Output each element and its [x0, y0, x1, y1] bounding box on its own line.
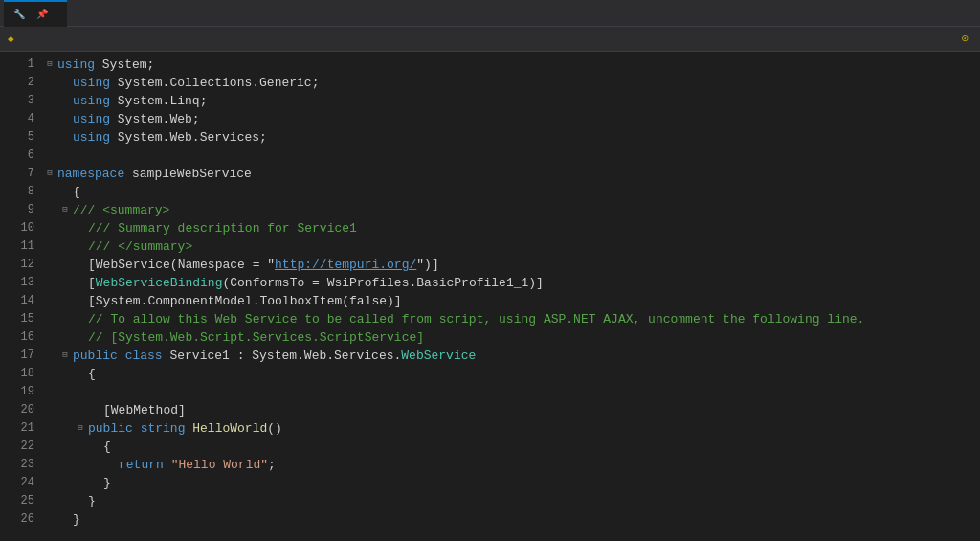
- line-number: 12: [8, 256, 34, 274]
- code-line: ⊟/// <summary>: [42, 201, 980, 219]
- token-plain: [: [103, 401, 111, 419]
- token-plain: [133, 419, 141, 438]
- nav-right: ⊙: [962, 32, 972, 46]
- line-numbers: 1234567891011121314151617181920212223242…: [0, 52, 42, 541]
- code-line: ⊟public string HelloWorld(): [42, 419, 980, 438]
- tab-pin-icon: 📌: [36, 9, 48, 20]
- token-kw: return: [119, 456, 164, 474]
- token-string: "Hello World": [171, 456, 268, 474]
- token-kw: using: [57, 56, 95, 74]
- token-type: WebServiceBinding: [96, 274, 223, 292]
- code-line: }: [42, 492, 980, 510]
- token-kw: class: [125, 347, 163, 365]
- token-plain: (ConformsTo =: [222, 274, 326, 292]
- line-number: 14: [8, 292, 34, 310]
- code-line: ⊟namespace sampleWebService: [42, 165, 980, 183]
- fold-icon[interactable]: ⊟: [42, 165, 57, 183]
- line-number: 16: [8, 328, 34, 347]
- line-number: 4: [8, 110, 34, 128]
- line-number: 7: [8, 165, 34, 183]
- code-line: {: [42, 365, 980, 383]
- token-plain: [185, 419, 192, 438]
- token-plain: WebService: [96, 256, 170, 274]
- code-line: ⊟public class Service1 : System.Web.Serv…: [42, 347, 980, 365]
- line-number: 18: [8, 365, 34, 383]
- token-plain: {: [88, 365, 96, 383]
- line-number: 8: [8, 183, 34, 201]
- token-plain: [: [88, 256, 96, 274]
- code-line: }: [42, 510, 980, 529]
- token-plain: ToolboxItem: [259, 292, 342, 310]
- token-comment: /// Summary description for Service1: [88, 219, 357, 237]
- code-line: /// </summary>: [42, 237, 980, 256]
- token-plain: [System.ComponentModel.: [88, 292, 259, 310]
- token-plain: System.Linq;: [110, 92, 207, 110]
- line-number: 20: [8, 401, 34, 419]
- token-comment: // To allow this Web Service to be calle…: [88, 310, 864, 328]
- line-number: 2: [8, 74, 34, 92]
- token-plain: System;: [95, 56, 154, 74]
- line-number: 22: [8, 438, 34, 456]
- code-line: [42, 383, 980, 401]
- token-plain: }: [103, 474, 111, 492]
- code-line: }: [42, 474, 980, 492]
- line-number: 17: [8, 347, 34, 365]
- nav-method-icon: ⊙: [962, 32, 969, 46]
- fold-icon[interactable]: ⊟: [57, 201, 73, 219]
- token-type: WebService: [401, 347, 476, 365]
- code-line: return "Hello World";: [42, 456, 980, 474]
- line-number: 19: [8, 383, 34, 401]
- file-tab[interactable]: 🔧 📌: [4, 0, 67, 27]
- title-bar: 🔧 📌: [0, 0, 980, 27]
- code-line: using System.Linq;: [42, 92, 980, 110]
- code-line: using System.Web;: [42, 110, 980, 128]
- fold-icon[interactable]: ⊟: [42, 56, 57, 74]
- token-plain: System.Web.Services;: [110, 128, 267, 147]
- line-number: 10: [8, 219, 34, 237]
- line-number: 23: [8, 456, 34, 474]
- token-comment: // [System.Web.Script.Services.ScriptSer…: [88, 328, 424, 347]
- line-number: 25: [8, 492, 34, 510]
- code-content: ⊟using System;using System.Collections.G…: [42, 52, 980, 541]
- line-number: 24: [8, 474, 34, 492]
- token-plain: }: [73, 510, 80, 529]
- token-plain: [118, 347, 125, 365]
- token-plain: ")]: [416, 256, 438, 274]
- token-comment: /// <summary>: [73, 201, 169, 219]
- token-kw: public: [88, 419, 133, 438]
- token-kw: namespace: [57, 165, 124, 183]
- line-number: 6: [8, 147, 34, 165]
- code-line: [System.ComponentModel.ToolboxItem(false…: [42, 292, 980, 310]
- line-number: 3: [8, 92, 34, 110]
- token-plain: sampleWebService: [124, 165, 252, 183]
- code-line: ⊟using System;: [42, 56, 980, 74]
- code-line: using System.Web.Services;: [42, 128, 980, 147]
- line-number: 15: [8, 310, 34, 328]
- token-kw: using: [73, 92, 110, 110]
- fold-icon[interactable]: ⊟: [73, 419, 88, 438]
- token-comment: /// </summary>: [88, 237, 192, 256]
- token-plain: {: [103, 438, 111, 456]
- token-plain: ]: [178, 401, 186, 419]
- token-plain: [164, 456, 171, 474]
- line-number: 26: [8, 510, 34, 529]
- code-line: // To allow this Web Service to be calle…: [42, 310, 980, 328]
- code-line: [WebMethod]: [42, 401, 980, 419]
- token-plain: ;: [268, 456, 276, 474]
- token-kw: using: [73, 110, 110, 128]
- fold-icon[interactable]: ⊟: [57, 347, 73, 365]
- token-plain: }: [88, 492, 96, 510]
- line-number: 11: [8, 237, 34, 256]
- token-plain: (false)]: [342, 292, 401, 310]
- token-plain: WsiProfiles: [327, 274, 410, 292]
- line-number: 9: [8, 201, 34, 219]
- token-kw: using: [73, 74, 110, 92]
- token-kw: string: [141, 419, 186, 438]
- code-editor[interactable]: 1234567891011121314151617181920212223242…: [0, 52, 980, 541]
- code-line: /// Summary description for Service1: [42, 219, 980, 237]
- token-plain: WebMethod: [111, 401, 178, 419]
- code-line: {: [42, 438, 980, 456]
- token-kw: using: [73, 128, 110, 147]
- token-plain: System.Collections.Generic;: [110, 74, 319, 92]
- code-line: {: [42, 183, 980, 201]
